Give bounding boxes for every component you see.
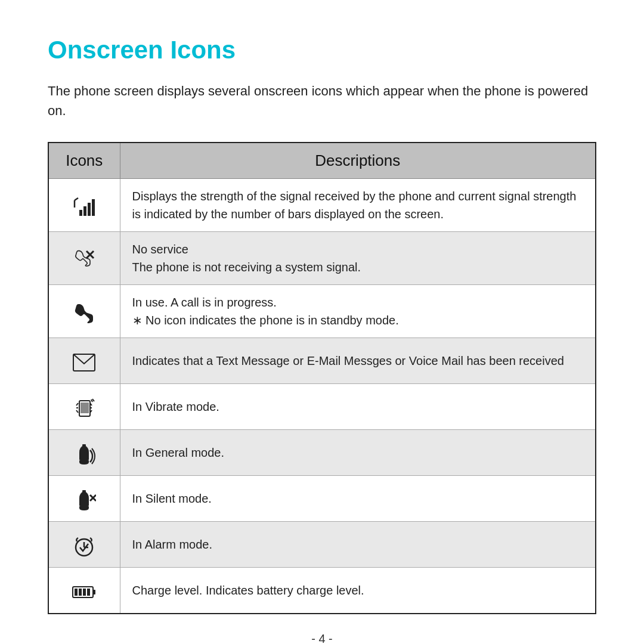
table-row: Indicates that a Text Message or E-Mail … — [48, 338, 596, 384]
table-row: In Alarm mode. — [48, 522, 596, 568]
svg-line-1 — [75, 198, 78, 200]
description-column-header: Descriptions — [120, 143, 596, 179]
description-cell: In use. A call is in progress.∗ No icon … — [120, 285, 596, 338]
alarm-mode-icon — [48, 522, 120, 568]
description-cell: Charge level. Indicates battery charge l… — [120, 568, 596, 614]
description-cell: Indicates that a Text Message or E-Mail … — [120, 338, 596, 384]
svg-line-18 — [92, 399, 94, 401]
table-row: In use. A call is in progress.∗ No icon … — [48, 285, 596, 338]
in-use-icon — [48, 285, 120, 338]
page-title: Onscreen Icons — [48, 36, 596, 64]
description-cell: In Alarm mode. — [120, 522, 596, 568]
svg-rect-4 — [88, 203, 91, 216]
icon-column-header: Icons — [48, 143, 120, 179]
svg-rect-31 — [87, 589, 90, 596]
icons-table: Icons Descriptions Displays the strength… — [48, 142, 596, 614]
table-row: No serviceThe phone is not receiving a s… — [48, 232, 596, 285]
description-cell: No serviceThe phone is not receiving a s… — [120, 232, 596, 285]
table-row: Charge level. Indicates battery charge l… — [48, 568, 596, 614]
description-cell: In Silent mode. — [120, 476, 596, 522]
signal-strength-icon — [48, 179, 120, 232]
battery-icon — [48, 568, 120, 614]
svg-rect-29 — [79, 589, 82, 596]
message-icon — [48, 338, 120, 384]
no-service-icon — [48, 232, 120, 285]
svg-rect-5 — [92, 199, 95, 216]
svg-line-11 — [76, 403, 78, 405]
description-cell: Displays the strength of the signal rece… — [120, 179, 596, 232]
description-cell: In Vibrate mode. — [120, 384, 596, 430]
table-row: In General mode. — [48, 430, 596, 476]
table-row: Displays the strength of the signal rece… — [48, 179, 596, 232]
table-row: In Silent mode. — [48, 476, 596, 522]
svg-rect-10 — [80, 402, 89, 413]
svg-rect-27 — [93, 590, 95, 595]
svg-rect-2 — [79, 210, 82, 216]
table-row: In Vibrate mode. — [48, 384, 596, 430]
general-mode-icon — [48, 430, 120, 476]
page-number: - 4 - — [48, 632, 596, 644]
page-container: Onscreen Icons The phone screen displays… — [48, 36, 596, 644]
svg-rect-30 — [83, 589, 86, 596]
silent-mode-icon — [48, 476, 120, 522]
vibrate-icon — [48, 384, 120, 430]
svg-line-13 — [76, 410, 78, 413]
intro-paragraph: The phone screen displays several onscre… — [48, 81, 596, 120]
svg-line-17 — [91, 400, 92, 402]
table-header-row: Icons Descriptions — [48, 143, 596, 179]
description-cell: In General mode. — [120, 430, 596, 476]
svg-rect-3 — [83, 206, 86, 216]
svg-rect-28 — [75, 589, 78, 596]
